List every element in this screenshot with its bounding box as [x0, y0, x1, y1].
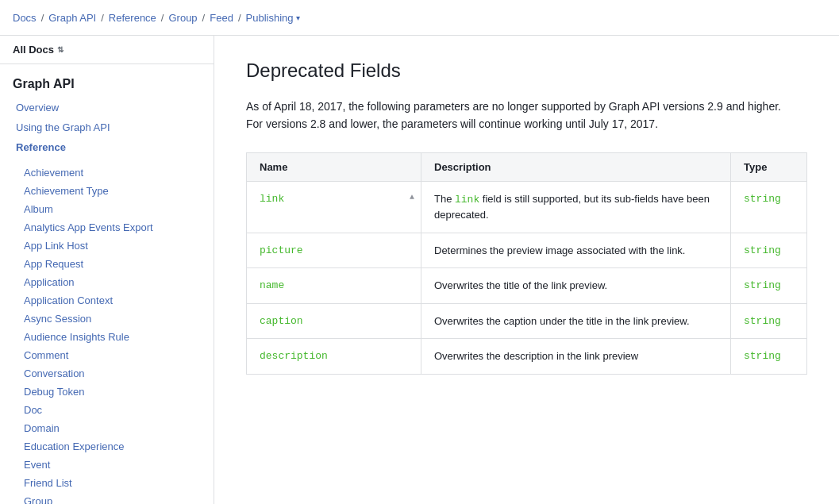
sidebar-subnav-item[interactable]: Application Context — [0, 291, 214, 310]
table-cell-description: Overwrites the title of the link preview… — [421, 268, 731, 304]
sidebar-subnav-link[interactable]: Education Experience — [0, 437, 214, 456]
sidebar-subnav-item[interactable]: Achievement Type — [0, 182, 214, 200]
all-docs-header[interactable]: All Docs ⇅ — [0, 36, 214, 64]
sidebar-item-overview[interactable]: Overview — [0, 98, 214, 117]
table-header: Name Description Type — [247, 152, 807, 181]
table-cell-name: caption — [247, 303, 421, 339]
breadcrumb-sep-3: / — [161, 12, 164, 24]
sidebar-subnav-link[interactable]: Async Session — [0, 310, 214, 328]
intro-p1: As of April 18, 2017, the following para… — [246, 100, 781, 113]
sidebar-subnav-item[interactable]: App Request — [0, 255, 214, 273]
main-layout: All Docs ⇅ Graph API Overview Using the … — [0, 36, 839, 504]
breadcrumb-feed[interactable]: Feed — [210, 12, 233, 24]
table-cell-description: Determines the preview image associated … — [421, 233, 731, 268]
breadcrumb-reference[interactable]: Reference — [109, 12, 156, 24]
sidebar-subnav-item[interactable]: Application — [0, 273, 214, 291]
breadcrumb-docs[interactable]: Docs — [13, 12, 37, 24]
sidebar-subnav-link[interactable]: Doc — [0, 401, 214, 419]
breadcrumb-sep-4: / — [202, 12, 206, 24]
sidebar-subnav-link[interactable]: Album — [0, 200, 214, 218]
sidebar-subnav-item[interactable]: Doc — [0, 401, 214, 419]
sidebar-subnav-item[interactable]: Friend List — [0, 474, 214, 492]
table-row: captionOverwrites the caption under the … — [247, 303, 807, 339]
sidebar-subnav-item[interactable]: Event — [0, 456, 214, 474]
col-name: Name — [247, 152, 421, 181]
sidebar-subnav-item[interactable]: Album — [0, 200, 214, 218]
sidebar-subnav-link[interactable]: Application Context — [0, 291, 214, 310]
sidebar-subnav-item[interactable]: Domain — [0, 419, 214, 437]
table-row: link▲The link field is still supported, … — [247, 181, 807, 233]
table-body: link▲The link field is still supported, … — [247, 181, 807, 374]
intro-p2: For versions 2.8 and lower, the paramete… — [246, 117, 658, 130]
table-cell-name: description — [247, 339, 421, 375]
sidebar-subnav-link[interactable]: Comment — [0, 346, 214, 364]
table-cell-description: Overwrites the caption under the title i… — [421, 303, 731, 339]
all-docs-label: All Docs — [13, 44, 54, 56]
sidebar-item-using-graph-api[interactable]: Using the Graph API — [0, 117, 214, 137]
table-cell-name: picture — [247, 233, 421, 268]
sidebar-subnav-item[interactable]: Group — [0, 492, 214, 504]
sidebar-subnav-item[interactable]: Conversation — [0, 364, 214, 383]
breadcrumb-sep-1: / — [41, 12, 44, 24]
sidebar-item-reference[interactable]: Reference — [0, 137, 214, 157]
breadcrumb-publishing-dropdown[interactable]: Publishing ▾ — [246, 12, 300, 24]
sidebar-subnav-item[interactable]: Async Session — [0, 310, 214, 328]
sidebar-section-title: Graph API — [0, 64, 214, 98]
deprecated-fields-table: Name Description Type link▲The link fiel… — [246, 152, 807, 375]
sidebar-subnav-item[interactable]: Analytics App Events Export — [0, 218, 214, 237]
sort-icon: ⇅ — [57, 45, 64, 54]
intro-text-1: As of April 18, 2017, the following para… — [246, 98, 786, 133]
sidebar-subnav-item[interactable]: App Link Host — [0, 237, 214, 255]
table-cell-type: string — [731, 339, 807, 375]
table-row: nameOverwrites the title of the link pre… — [247, 268, 807, 304]
table-cell-type: string — [731, 268, 807, 304]
breadcrumb-graph-api[interactable]: Graph API — [48, 12, 96, 24]
sidebar-subnav-item[interactable]: Comment — [0, 346, 214, 364]
content-area: Deprecated Fields As of April 18, 2017, … — [214, 36, 839, 504]
table-cell-description: Overwrites the description in the link p… — [421, 339, 731, 375]
sidebar-subnav-link[interactable]: Application — [0, 273, 214, 291]
col-description: Description — [421, 152, 731, 181]
sidebar: All Docs ⇅ Graph API Overview Using the … — [0, 36, 214, 504]
table-header-row: Name Description Type — [247, 152, 807, 181]
sidebar-link-overview[interactable]: Overview — [0, 98, 214, 117]
breadcrumb: Docs / Graph API / Reference / Group / F… — [13, 12, 300, 24]
sidebar-subnav-link[interactable]: App Link Host — [0, 237, 214, 255]
breadcrumb-publishing-label: Publishing — [246, 12, 294, 24]
sidebar-link-using-graph-api[interactable]: Using the Graph API — [0, 117, 214, 137]
sidebar-subnav-item[interactable]: Education Experience — [0, 437, 214, 456]
sidebar-subnav-link[interactable]: Conversation — [0, 364, 214, 383]
sidebar-subnav-link[interactable]: Group — [0, 492, 214, 504]
table-cell-type: string — [731, 303, 807, 339]
sidebar-link-reference[interactable]: Reference — [0, 137, 214, 157]
table-cell-name: name — [247, 268, 421, 304]
sidebar-subnav-link[interactable]: Analytics App Events Export — [0, 218, 214, 237]
sidebar-nav: Overview Using the Graph API Reference — [0, 98, 214, 164]
sidebar-subnav-link[interactable]: Event — [0, 456, 214, 474]
sidebar-subnav-link[interactable]: App Request — [0, 255, 214, 273]
col-type: Type — [731, 152, 807, 181]
inline-code: link — [455, 194, 479, 206]
table-cell-type: string — [731, 181, 807, 233]
sidebar-subnav-link[interactable]: Friend List — [0, 474, 214, 492]
sidebar-subnav-link[interactable]: Achievement Type — [0, 182, 214, 200]
table-row: descriptionOverwrites the description in… — [247, 339, 807, 375]
breadcrumb-sep-2: / — [101, 12, 104, 24]
table-row: pictureDetermines the preview image asso… — [247, 233, 807, 268]
sidebar-subnav-item[interactable]: Audience Insights Rule — [0, 328, 214, 346]
table-cell-name: link▲ — [247, 181, 421, 233]
table-cell-type: string — [731, 233, 807, 268]
breadcrumb-group[interactable]: Group — [168, 12, 197, 24]
sidebar-subnav-link[interactable]: Achievement — [0, 164, 214, 182]
top-bar: Docs / Graph API / Reference / Group / F… — [0, 0, 839, 36]
table-cell-description: The link field is still supported, but i… — [421, 181, 731, 233]
sidebar-subnav-link[interactable]: Domain — [0, 419, 214, 437]
sidebar-subnav-link[interactable]: Audience Insights Rule — [0, 328, 214, 346]
page-title: Deprecated Fields — [246, 60, 807, 82]
sidebar-subnav: AchievementAchievement TypeAlbumAnalytic… — [0, 164, 214, 504]
sidebar-subnav-item[interactable]: Debug Token — [0, 383, 214, 401]
sidebar-subnav-link[interactable]: Debug Token — [0, 383, 214, 401]
breadcrumb-sep-5: / — [238, 12, 241, 24]
collapse-icon[interactable]: ▲ — [410, 191, 414, 203]
sidebar-subnav-item[interactable]: Achievement — [0, 164, 214, 182]
